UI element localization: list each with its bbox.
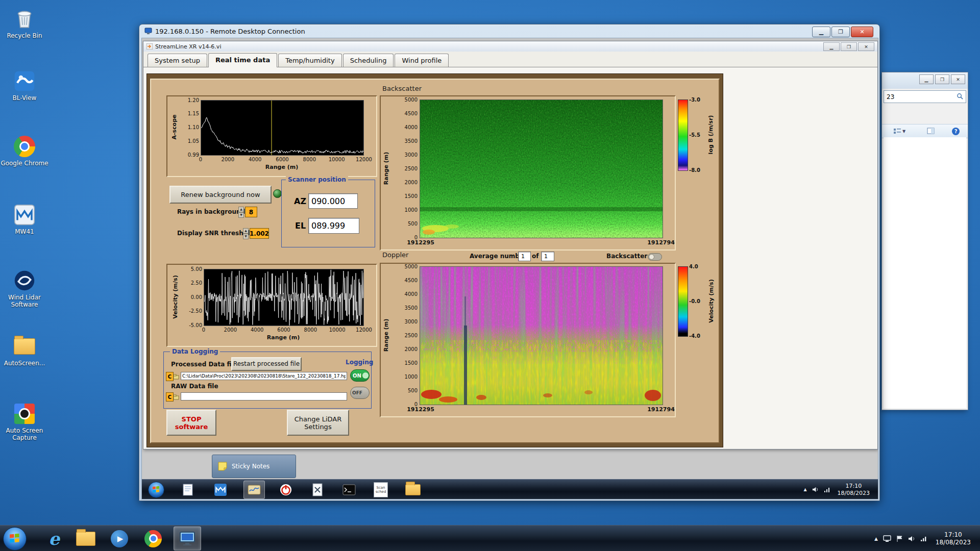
tab-scheduling[interactable]: Scheduling <box>343 54 394 67</box>
backscatter-toggle[interactable] <box>648 253 662 261</box>
renew-led <box>273 189 282 198</box>
taskbar-internet-explorer-icon[interactable]: e <box>41 527 67 550</box>
close-icon[interactable]: ✕ <box>851 27 873 37</box>
sticky-notes-button[interactable]: Sticky Notes <box>212 455 296 478</box>
doppler-colorbar-title: Velocity (m/s) <box>708 279 715 322</box>
taskbar-file-explorer-icon[interactable] <box>72 527 99 550</box>
az-value[interactable]: 090.000 <box>308 193 358 209</box>
network-icon[interactable] <box>920 535 928 542</box>
tabstrip: System setup Real time data Temp/humidit… <box>143 52 877 67</box>
tab-wind-profile[interactable]: Wind profile <box>395 54 449 67</box>
taskbar-command-prompt-icon[interactable] <box>339 481 359 498</box>
close-icon[interactable]: ✕ <box>858 42 874 51</box>
desktop-icon-google-chrome[interactable]: Google Chrome <box>0 135 49 167</box>
restore-icon[interactable]: ❐ <box>841 42 857 51</box>
renew-background-button[interactable]: Renew background now <box>169 186 272 204</box>
average-number-value[interactable]: 1 <box>518 252 531 261</box>
minimize-icon[interactable]: ▁ <box>919 74 934 84</box>
streamline-titlebar[interactable]: StreamLine XR v14-6.vi <box>143 41 877 52</box>
maximize-icon[interactable]: ❐ <box>831 27 850 37</box>
taskbar-power-off-icon[interactable] <box>276 481 296 498</box>
snr-spinner[interactable]: ▲▼ <box>243 228 249 239</box>
taskbar-xr-file-icon[interactable] <box>307 481 328 498</box>
processed-logging-toggle[interactable]: ON <box>350 369 370 382</box>
restart-processed-file-button[interactable]: Restart processed file <box>231 357 302 371</box>
taskbar-scan-scheduler-icon[interactable]: Scansched <box>371 481 391 498</box>
network-icon[interactable] <box>824 487 831 493</box>
taskbar-streamline-icon[interactable] <box>243 481 265 499</box>
ascope-graph: A-scope 1.201.151.101.050.99 02000400060… <box>166 95 377 177</box>
browse-folder-icon[interactable] <box>174 393 179 403</box>
rdp-titlebar[interactable]: 192.168.0.150 - Remote Desktop Connectio… <box>139 24 879 38</box>
sticky-notes-icon <box>217 461 228 471</box>
labview-icon <box>146 43 153 49</box>
desktop-icon-bl-view[interactable]: BL-View <box>0 69 49 102</box>
stop-software-button[interactable]: STOPsoftware <box>166 410 216 436</box>
preview-pane-icon[interactable] <box>927 127 935 136</box>
close-icon[interactable]: ✕ <box>951 74 965 84</box>
volume-icon[interactable] <box>812 486 819 493</box>
front-panel: Backscatter Doppler A-scope 1.201.151.10… <box>150 79 720 443</box>
remote-start-button[interactable] <box>148 482 164 498</box>
taskbar-chrome-icon[interactable] <box>140 527 166 550</box>
help-icon[interactable]: ? <box>952 128 960 135</box>
taskbar-mw41-icon[interactable] <box>210 481 231 498</box>
processed-drive-box[interactable]: C <box>166 372 174 381</box>
average-total-value[interactable]: 1 <box>541 252 554 261</box>
taskbar-remote-desktop-icon[interactable] <box>174 527 201 550</box>
backscatter-y-axis-label: Range (m) <box>383 152 389 185</box>
ascope-plot <box>201 100 364 156</box>
display-status-icon[interactable] <box>883 535 891 542</box>
processed-data-file-label: Processed Data file <box>171 361 238 368</box>
raw-path-field[interactable] <box>181 392 347 400</box>
data-logging-title: Data Logging <box>170 348 220 355</box>
view-options-icon[interactable]: ▼ <box>893 128 905 135</box>
minimize-icon[interactable]: ▁ <box>823 42 840 51</box>
maximize-icon[interactable]: ❐ <box>935 74 949 84</box>
doppler-graph: Range (m) 500045004000350030002500200015… <box>380 263 676 417</box>
taskbar-folder-icon[interactable] <box>403 481 423 498</box>
rays-value[interactable]: 8 <box>245 207 257 217</box>
desktop-icon-wind-lidar[interactable]: Wind Lidar Software <box>0 269 49 308</box>
taskbar-media-player-icon[interactable]: ▶ <box>106 527 133 550</box>
minimize-icon[interactable]: ▁ <box>812 27 830 37</box>
tray-expand-icon[interactable]: ▲ <box>803 487 806 492</box>
host-clock[interactable]: 17:10 18/08/2023 <box>936 531 971 546</box>
desktop-icon-auto-screen-capture[interactable]: Auto Screen Capture <box>0 402 49 441</box>
start-button[interactable] <box>3 527 27 550</box>
rdp-window-controls: ▁ ❐ ✕ <box>811 27 873 37</box>
rays-spinner[interactable]: ▲▼ <box>238 207 244 218</box>
background-window-toolbar: ▼ ? <box>882 124 968 138</box>
remote-desktop: StreamLine XR v14-6.vi ▁ ❐ ✕ System setu… <box>141 38 878 499</box>
doppler-colorbar-labels: 4.0-0.0-4.0 <box>689 266 705 336</box>
taskbar-notepad-icon[interactable] <box>178 481 198 498</box>
processed-path-field[interactable] <box>181 372 347 380</box>
desktop-icon-mw41[interactable]: MW41 <box>0 203 49 235</box>
logging-label: Logging <box>346 359 373 366</box>
tray-expand-icon[interactable]: ▲ <box>874 536 878 541</box>
backscatter-colorbar-title: log B (/m/sr) <box>707 115 714 155</box>
auto-screen-capture-icon <box>13 402 36 425</box>
raw-drive-box[interactable]: C <box>166 392 174 402</box>
snr-value[interactable]: 1.002 <box>250 228 269 239</box>
backscatter-heading: Backscatter <box>382 85 422 92</box>
velocity-plot <box>204 269 364 326</box>
tab-temp-humidity[interactable]: Temp/humidity <box>278 54 341 67</box>
volume-icon[interactable] <box>908 535 915 542</box>
remote-clock[interactable]: 17:10 18/08/2023 <box>838 483 870 497</box>
desktop-icon-recycle-bin[interactable]: Recycle Bin <box>0 7 49 39</box>
desktop-icon-autoscreen-folder[interactable]: AutoScreen... <box>0 335 49 367</box>
streamline-window-controls: ▁ ❐ ✕ <box>822 42 874 51</box>
tab-system-setup[interactable]: System setup <box>148 54 207 67</box>
velocity-yticks: 5.002.500.00-2.50-5.00 <box>181 269 202 325</box>
search-input[interactable] <box>884 90 966 103</box>
search-field[interactable] <box>884 93 957 101</box>
tab-real-time-data[interactable]: Real time data <box>208 53 277 67</box>
search-icon[interactable] <box>957 92 963 102</box>
action-center-flag-icon[interactable] <box>896 535 903 542</box>
browse-folder-icon[interactable] <box>174 372 179 382</box>
change-lidar-settings-button[interactable]: Change LiDARSettings <box>287 410 349 436</box>
el-value[interactable]: 089.999 <box>308 218 359 234</box>
raw-logging-toggle[interactable]: OFF <box>350 387 370 399</box>
host-taskbar: e ▶ ▲ 17:10 18/08/2023 <box>0 525 980 551</box>
